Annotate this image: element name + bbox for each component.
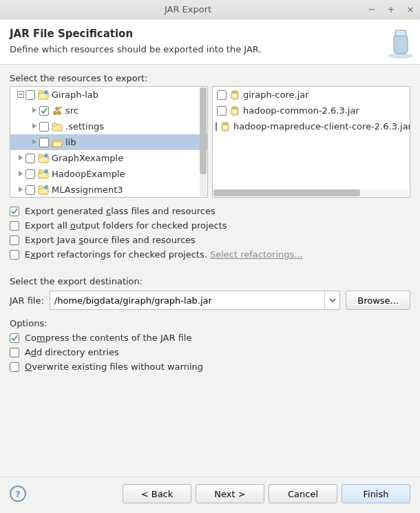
finish-button[interactable]: Finish — [342, 484, 410, 503]
svg-rect-24 — [232, 91, 238, 93]
tree-scrollbar[interactable] — [200, 87, 207, 196]
checkbox[interactable] — [10, 207, 19, 216]
tree-item[interactable]: lib — [10, 134, 207, 150]
export-generated-option[interactable]: Export generated class files and resourc… — [10, 206, 410, 216]
overwrite-option[interactable]: Overwrite existing files without warning — [10, 362, 410, 372]
select-refactorings-link[interactable]: Select refactorings... — [210, 249, 303, 260]
svg-rect-25 — [233, 94, 237, 97]
maximize-button[interactable]: + — [386, 4, 397, 15]
list-item[interactable]: hadoop-mapreduce-client-core-2.6.3.jar — [213, 118, 410, 134]
overwrite-label: Overwrite existing files without warning — [25, 362, 203, 372]
checkbox[interactable] — [25, 169, 35, 179]
checkbox[interactable] — [10, 362, 19, 372]
jar-file-combo[interactable] — [50, 291, 340, 310]
titlebar: JAR Export − + × — [0, 0, 420, 19]
collapse-icon[interactable] — [16, 90, 25, 100]
tree-item[interactable]: .settings — [10, 118, 207, 134]
close-button[interactable]: × — [405, 4, 416, 15]
tree-item-label: Giraph-lab — [52, 90, 98, 100]
checkbox[interactable] — [10, 235, 19, 245]
checkbox[interactable] — [10, 221, 19, 231]
jar-banner-icon — [380, 25, 414, 61]
window-title: JAR Export — [14, 4, 362, 14]
tree-item[interactable]: HadoopExample — [10, 166, 207, 182]
destination-label: Select the export destination: — [10, 276, 410, 286]
compress-option[interactable]: Compress the contents of the JAR file — [10, 333, 410, 343]
svg-rect-13 — [52, 123, 56, 126]
svg-point-11 — [55, 107, 59, 111]
tree-item[interactable]: GraphXexample — [10, 150, 207, 166]
svg-rect-15 — [39, 154, 43, 157]
help-button[interactable]: ? — [10, 485, 26, 502]
cancel-button[interactable]: Cancel — [269, 484, 337, 503]
list-item[interactable]: giraph-core.jar — [213, 87, 410, 103]
expand-icon[interactable] — [16, 185, 25, 195]
list-hscrollbar[interactable] — [213, 189, 409, 196]
wizard-header: JAR File Specification Define which reso… — [0, 19, 420, 65]
expand-icon[interactable] — [16, 153, 25, 163]
export-all-output-label: Export all output folders for checked pr… — [25, 220, 227, 231]
list-item-label: hadoop-common-2.6.3.jar — [243, 105, 359, 116]
svg-rect-31 — [223, 126, 227, 129]
add-directory-entries-option[interactable]: Add directory entries — [10, 347, 410, 357]
tree-item-label: MLAssignment3 — [52, 185, 123, 195]
list-item-label: giraph-core.jar — [243, 90, 309, 100]
back-button[interactable]: < Back — [123, 484, 191, 503]
package-icon — [52, 105, 63, 116]
options-label: Options: — [10, 318, 410, 328]
page-subtitle: Define which resources should be exporte… — [10, 44, 410, 54]
svg-rect-21 — [39, 186, 43, 189]
checkbox[interactable] — [25, 185, 35, 195]
expand-icon[interactable] — [16, 169, 25, 179]
jar-file-input[interactable] — [50, 291, 324, 309]
project-icon — [38, 153, 49, 164]
expand-icon[interactable] — [30, 121, 39, 132]
export-java-source-option[interactable]: Export Java source files and resources — [10, 235, 410, 245]
checkbox[interactable] — [10, 250, 19, 260]
svg-rect-1 — [394, 34, 408, 54]
tree-item-label: lib — [65, 137, 76, 147]
expand-icon[interactable] — [30, 137, 39, 147]
minimize-button[interactable]: − — [366, 4, 377, 15]
svg-rect-18 — [39, 170, 43, 173]
list-item[interactable]: hadoop-common-2.6.3.jar — [213, 103, 410, 118]
export-refactorings-option[interactable]: Export refactorings for checked projects… — [10, 249, 410, 260]
checkbox[interactable] — [10, 333, 19, 343]
tree-item[interactable]: MLAssignment3 — [10, 182, 207, 198]
export-generated-label: Export generated class files and resourc… — [25, 206, 216, 216]
export-refactorings-label: Export refactorings for checked projects… — [25, 249, 303, 260]
page-title: JAR File Specification — [10, 28, 410, 40]
next-button[interactable]: Next > — [196, 484, 264, 503]
checkbox[interactable] — [216, 122, 217, 132]
svg-point-10 — [57, 111, 61, 115]
browse-button[interactable]: Browse... — [346, 291, 410, 310]
svg-rect-2 — [395, 30, 406, 36]
jar-file-dropdown[interactable] — [324, 291, 339, 309]
export-all-output-option[interactable]: Export all output folders for checked pr… — [10, 220, 410, 231]
checkbox[interactable] — [39, 138, 49, 147]
compress-label: Compress the contents of the JAR file — [25, 333, 191, 343]
tree-item[interactable]: src — [10, 103, 207, 118]
checkbox[interactable] — [25, 154, 35, 163]
file-list[interactable]: giraph-core.jarhadoop-common-2.6.3.jarha… — [212, 86, 410, 198]
checkbox[interactable] — [217, 106, 227, 116]
checkbox[interactable] — [10, 348, 19, 357]
tree-item-label: src — [65, 105, 78, 116]
checkbox[interactable] — [39, 122, 49, 132]
list-item-label: hadoop-mapreduce-client-core-2.6.3.jar — [233, 121, 410, 132]
folder-icon — [52, 121, 63, 132]
svg-rect-7 — [39, 91, 43, 94]
expand-icon[interactable] — [30, 105, 39, 116]
resources-label: Select the resources to export: — [10, 73, 410, 83]
svg-rect-27 — [232, 107, 238, 109]
jar-icon — [220, 121, 231, 132]
tree-item[interactable]: Giraph-lab — [10, 87, 207, 103]
jar-file-label: JAR file: — [10, 295, 44, 306]
resource-tree[interactable]: Giraph-labsrc.settingslibGraphXexampleHa… — [10, 86, 208, 198]
svg-point-22 — [44, 185, 48, 189]
tree-item-label: HadoopExample — [52, 169, 125, 179]
jar-icon — [229, 105, 240, 116]
checkbox[interactable] — [217, 90, 227, 100]
checkbox[interactable] — [25, 90, 35, 100]
checkbox[interactable] — [39, 106, 49, 116]
